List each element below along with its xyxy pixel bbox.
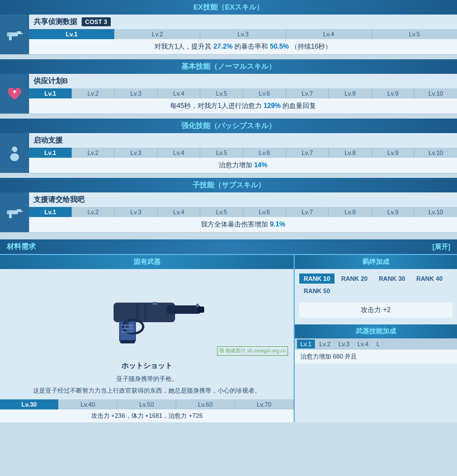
- basic-skill-icon: [0, 74, 29, 114]
- svg-text:★: ★: [11, 150, 13, 153]
- passive-level-tab-7[interactable]: Lv.7: [286, 148, 329, 158]
- spacer-3: [0, 173, 457, 178]
- basic-level-tab-7[interactable]: Lv.7: [286, 88, 329, 98]
- sub-level-tab-5[interactable]: Lv.5: [200, 207, 243, 217]
- basic-level-tab-6[interactable]: Lv.6: [243, 88, 286, 98]
- basic-level-tab-5[interactable]: Lv.5: [200, 88, 243, 98]
- basic-skill-header: 基本技能（ノーマルスキル）: [0, 59, 457, 74]
- weapon-name: ホットショット: [0, 359, 294, 373]
- passive-level-tab-2[interactable]: Lv.2: [72, 148, 115, 158]
- passive-level-tab-6[interactable]: Lv.6: [243, 148, 286, 158]
- svg-rect-22: [144, 304, 146, 321]
- weapon-panel-header: 固有武器: [0, 255, 294, 269]
- rank-30-btn[interactable]: RANK 30: [374, 274, 409, 284]
- svg-rect-6: [14, 90, 15, 93]
- sub-level-tab-4[interactable]: Lv.4: [158, 207, 201, 217]
- basic-level-tab-8[interactable]: Lv.8: [329, 88, 372, 98]
- rank-40-btn[interactable]: RANK 40: [412, 274, 447, 284]
- weapon-level-60[interactable]: Lv.60: [176, 399, 235, 409]
- heart-icon: [4, 84, 25, 104]
- sub-level-tab-10[interactable]: Lv.10: [414, 207, 457, 217]
- ex-level-tab-2[interactable]: Lv.2: [115, 29, 200, 39]
- weapon-image: [80, 277, 214, 350]
- ex-skill-name-row: 共享侦测数据 COST 3: [29, 15, 457, 29]
- ex-desc-val1: 27.2%: [214, 43, 233, 50]
- passive-level-tab-10[interactable]: Lv.10: [414, 148, 457, 158]
- ws-tab-5[interactable]: L: [373, 340, 383, 348]
- basic-desc-post: 的血量回复: [281, 102, 316, 110]
- passive-level-tab-5[interactable]: Lv.5: [200, 148, 243, 158]
- expand-button[interactable]: [展开]: [432, 242, 450, 252]
- ex-level-tab-1[interactable]: Lv.1: [29, 29, 115, 39]
- passive-skill-content: 启动支援 Lv.1 Lv.2 Lv.3 Lv.4 Lv.5 Lv.6 Lv.7 …: [29, 133, 457, 173]
- bond-panel-header: 羁绊加成: [295, 255, 457, 269]
- passive-level-tab-9[interactable]: Lv.9: [372, 148, 415, 158]
- weapon-panel: 固有武器: [0, 255, 295, 422]
- basic-skill-section: 基本技能（ノーマルスキル） 供应计划B Lv.1 Lv.2 Lv.3 Lv.4 …: [0, 59, 457, 114]
- sub-desc-val1: 9.1%: [270, 220, 285, 228]
- passive-skill-name: 启动支援: [34, 135, 63, 145]
- materials-section: 材料需求 [展开] 固有武器: [0, 239, 457, 422]
- sub-level-tab-3[interactable]: Lv.3: [115, 207, 158, 217]
- sub-level-tab-1[interactable]: Lv.1: [29, 207, 72, 217]
- sub-level-tab-9[interactable]: Lv.9: [372, 207, 415, 217]
- bond-stat: 攻击力 +2: [299, 303, 453, 318]
- basic-level-tab-10[interactable]: Lv.10: [414, 88, 457, 98]
- ex-desc-mid: 的暴击率和: [233, 43, 270, 50]
- sub-level-tab-6[interactable]: Lv.6: [243, 207, 286, 217]
- svg-rect-15: [20, 211, 23, 212]
- svg-rect-4: [20, 33, 23, 34]
- basic-skill-name: 供应计划B: [34, 76, 68, 86]
- basic-level-tab-3[interactable]: Lv.3: [115, 88, 158, 98]
- ws-tab-1[interactable]: Lv.1: [297, 340, 315, 348]
- sub-skill-desc: 我方全体暴击伤害增加 9.1%: [29, 217, 457, 232]
- passive-level-tab-3[interactable]: Lv.3: [115, 148, 158, 158]
- materials-title: 材料需求: [7, 242, 36, 252]
- spacer-2: [0, 114, 457, 119]
- ex-skill-section: EX技能（EXスキル） 共享侦测数据 COST 3 Lv.1 Lv.2 Lv.3…: [0, 0, 457, 55]
- basic-level-tab-1[interactable]: Lv.1: [29, 88, 72, 98]
- passive-level-tab-8[interactable]: Lv.8: [329, 148, 372, 158]
- ex-skill-level-tabs: Lv.1 Lv.2 Lv.3 Lv.4 Lv.5: [29, 29, 457, 39]
- sub-level-tab-8[interactable]: Lv.8: [329, 207, 372, 217]
- ex-level-tab-5[interactable]: Lv.5: [372, 29, 457, 39]
- rank-10-btn[interactable]: RANK 10: [299, 274, 334, 284]
- sub-level-tab-7[interactable]: Lv.7: [286, 207, 329, 217]
- svg-rect-21: [136, 304, 139, 321]
- basic-level-tab-9[interactable]: Lv.9: [372, 88, 415, 98]
- weapon-level-40[interactable]: Lv.40: [59, 399, 117, 409]
- gun-icon: [4, 25, 25, 45]
- sub-skill-icon: [0, 192, 29, 232]
- basic-desc-val1: 129%: [263, 102, 281, 110]
- svg-rect-29: [121, 328, 134, 329]
- weapon-level-70[interactable]: Lv.70: [235, 399, 294, 409]
- passive-level-tab-1[interactable]: Lv.1: [29, 148, 72, 158]
- ws-tab-4[interactable]: Lv.4: [354, 340, 372, 348]
- passive-skill-section: 强化技能（パッシブスキル） ★ 启动支援 Lv.1 Lv.2 Lv.3 Lv.4…: [0, 119, 457, 173]
- weapon-level-50[interactable]: Lv.50: [117, 399, 176, 409]
- ex-desc-val2: 50.5%: [270, 43, 289, 50]
- ex-level-tab-3[interactable]: Lv.3: [200, 29, 286, 39]
- basic-level-tab-2[interactable]: Lv.2: [72, 88, 115, 98]
- materials-header: 材料需求 [展开]: [0, 239, 457, 254]
- ex-skill-content: 共享侦测数据 COST 3 Lv.1 Lv.2 Lv.3 Lv.4 Lv.5 对…: [29, 15, 457, 54]
- sub-level-tab-2[interactable]: Lv.2: [72, 207, 115, 217]
- rank-50-btn[interactable]: RANK 50: [299, 286, 334, 296]
- ws-tab-2[interactable]: Lv.2: [316, 340, 334, 348]
- ex-level-tab-4[interactable]: Lv.4: [286, 29, 372, 39]
- weapon-skill-desc: 治愈力增加 680 并且: [295, 350, 457, 364]
- ex-skill-name: 共享侦测数据: [34, 17, 77, 27]
- basic-level-tab-4[interactable]: Lv.4: [158, 88, 201, 98]
- watermark: 萌 格佬吾计 sh.moegirl.org.cn: [217, 346, 288, 356]
- rank-20-btn[interactable]: RANK 20: [337, 274, 372, 284]
- svg-rect-30: [121, 331, 134, 333]
- weapon-level-30[interactable]: Lv.30: [0, 399, 59, 409]
- svg-rect-17: [167, 305, 200, 314]
- sub-skill-section: 子技能（サブスキル） 支援请交给我吧 Lv.1 Lv.2 Lv.3 Lv.4 L…: [0, 178, 457, 233]
- passive-skill-desc: 治愈力增加 14%: [29, 158, 457, 173]
- bond-ranks: RANK 10 RANK 20 RANK 30 RANK 40 RANK 50: [295, 269, 457, 300]
- passive-level-tab-4[interactable]: Lv.4: [158, 148, 201, 158]
- ws-tab-3[interactable]: Lv.3: [335, 340, 353, 348]
- ex-skill-icon: [0, 15, 29, 54]
- passive-skill-level-tabs: Lv.1 Lv.2 Lv.3 Lv.4 Lv.5 Lv.6 Lv.7 Lv.8 …: [29, 148, 457, 158]
